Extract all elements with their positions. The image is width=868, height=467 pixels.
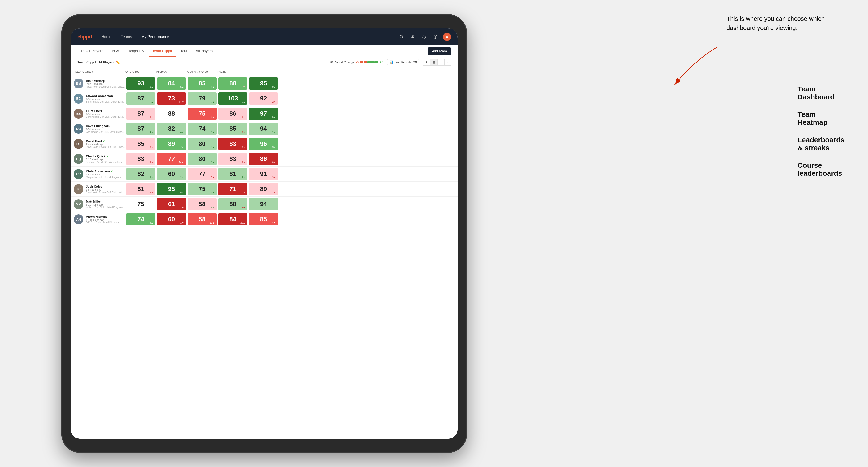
grid-view-button[interactable]: ⊞ [423,59,430,66]
score-value: 93 [137,80,144,87]
score-change: 9▲ [272,86,276,88]
player-details: Edward Crossman1-5 HandicapSunningdale G… [86,94,125,103]
column-headers: Player Quality ▾ Off the Tee — Approach … [71,67,458,76]
score-cell-off-tee: 7714▼ [157,153,186,165]
score-value: 58 [199,200,206,208]
score-value: 83 [137,155,144,162]
option-team-heatmap: Team Heatmap [798,111,844,126]
player-name: Josh Coles [86,185,125,188]
tab-hcaps[interactable]: Hcaps 1-5 [124,45,148,57]
table-row[interactable]: DBDave Billingham1-5 HandicapGog Magog G… [71,121,458,136]
circle-plus-icon[interactable] [432,33,439,40]
person-icon[interactable] [409,33,416,40]
user-avatar[interactable]: U [443,33,451,41]
player-club: Royal North Devon Golf Club, United King… [86,146,125,148]
bell-icon[interactable] [420,33,428,40]
score-change: 2▼ [242,206,245,209]
score-value: 82 [168,125,175,132]
table-row[interactable]: EEElliot Ebert1-5 HandicapSunningdale Go… [71,106,458,121]
score-cell-approach: 5810▲ [188,213,217,225]
score-value: 58 [199,216,206,223]
score-change: 3▼ [181,206,184,209]
score-value: 85 [229,125,236,132]
score-value: 83 [229,140,236,148]
score-cell-player-quality: 833▼ [126,153,155,165]
list-view-button[interactable]: ☰ [437,59,444,66]
score-change: 10▼ [240,146,245,149]
table-row[interactable]: MMMatt Miller6-10 HandicapWoburn Golf Cl… [71,197,458,212]
player-info: CRChris Robertson✓1-5 HandicapCraigmilla… [73,167,125,181]
table-row[interactable]: DFDavid Ford✓Plus HandicapRoyal North De… [71,136,458,151]
tab-team-clippd[interactable]: Team Clippd [149,45,176,57]
player-info: DBDave Billingham1-5 HandicapGog Magog G… [73,122,125,135]
player-club: Sunningdale Golf Club, United Kingdom [86,100,125,103]
avatar: DF [73,139,84,149]
player-club: Sunningdale Golf Club, United Kingdom [86,116,125,118]
table-row[interactable]: CQCharlie Quick✓6-10 HandicapSt. George'… [71,151,458,166]
avatar: BM [73,79,84,88]
bar-segment-green3 [375,61,378,63]
tab-tour[interactable]: Tour [177,45,191,57]
tab-all-players[interactable]: All Players [192,45,216,57]
last-rounds-button[interactable]: 📊 Last Rounds: 20 [387,59,420,65]
score-value: 77 [199,170,206,178]
player-handicap: 1-5 Handicap [86,188,125,191]
score-change: 4▼ [272,221,276,224]
score-cell-off-tee: 824▲ [157,123,186,135]
option-team-dashboard: Team Dashboard [798,85,844,101]
score-value: 74 [199,125,206,132]
score-change: 1▲ [272,131,276,133]
table-row[interactable]: CRChris Robertson✓1-5 HandicapCraigmilla… [71,166,458,182]
player-club: Royal North Devon Golf Club, United King… [86,85,125,88]
score-value: 85 [260,216,267,223]
player-handicap: Plus Handicap [86,83,125,85]
score-cell-player-quality: 871▲ [126,92,155,105]
score-cell-player-quality: 75 [126,198,155,210]
score-cell-around-green: 814▲ [218,168,247,180]
score-change: 3▼ [242,131,245,133]
annotation-arrow [646,42,729,94]
player-name: Edward Crossman [86,94,125,98]
search-icon[interactable] [398,33,405,40]
score-change: 11▼ [179,101,184,103]
player-info: CQCharlie Quick✓6-10 HandicapSt. George'… [73,152,125,166]
col-off-tee: Off the Tee — [125,70,156,73]
score-change: 1▲ [150,101,153,103]
player-info: JCJosh Coles1-5 HandicapRoyal North Devo… [73,182,125,196]
nav-links: Home Teams My Performance [99,34,398,40]
option-course-leaderboards: Course leaderboards [798,161,844,177]
score-value: 85 [199,80,206,87]
tab-pga[interactable]: PGA [108,45,123,57]
edit-icon[interactable]: ✏️ [116,60,120,64]
score-value: 60 [168,216,175,223]
score-change: 8▲ [181,191,184,194]
player-handicap: Plus Handicap [86,143,125,146]
change-bar [360,61,378,63]
score-cell-putting: 959▲ [249,77,278,90]
score-value: 86 [229,110,236,117]
nav-home[interactable]: Home [99,34,114,40]
top-nav: clippd Home Teams My Performance [71,28,458,45]
heatmap-view-button[interactable]: ▦ [430,59,437,66]
table-row[interactable]: BMBlair McHargPlus HandicapRoyal North D… [71,76,458,91]
table-row[interactable]: ANAaron Nicholls11-15 HandicapDrift Golf… [71,212,458,227]
score-change: 4▲ [150,131,153,133]
score-value: 89 [168,140,175,148]
player-handicap: 1-5 Handicap [86,113,125,116]
player-info: EEElliot Ebert1-5 HandicapSunningdale Go… [73,107,125,121]
download-button[interactable]: ↓ [444,59,451,66]
nav-my-performance[interactable]: My Performance [140,34,171,40]
table-row[interactable]: JCJosh Coles1-5 HandicapRoyal North Devo… [71,182,458,197]
add-team-button[interactable]: Add Team [428,48,451,55]
score-change: 15▲ [240,101,245,103]
tab-pgat-players[interactable]: PGAT Players [78,45,107,57]
nav-teams[interactable]: Teams [119,34,134,40]
score-cell-around-green: 882▼ [218,198,247,210]
player-name: Chris Robertson✓ [86,169,125,173]
score-value: 73 [168,95,175,102]
score-cell-putting: 868▼ [249,153,278,165]
score-value: 88 [229,80,236,87]
svg-point-0 [400,35,403,38]
table-row[interactable]: ECEdward Crossman1-5 HandicapSunningdale… [71,91,458,106]
player-handicap: 1-5 Handicap [86,98,125,100]
